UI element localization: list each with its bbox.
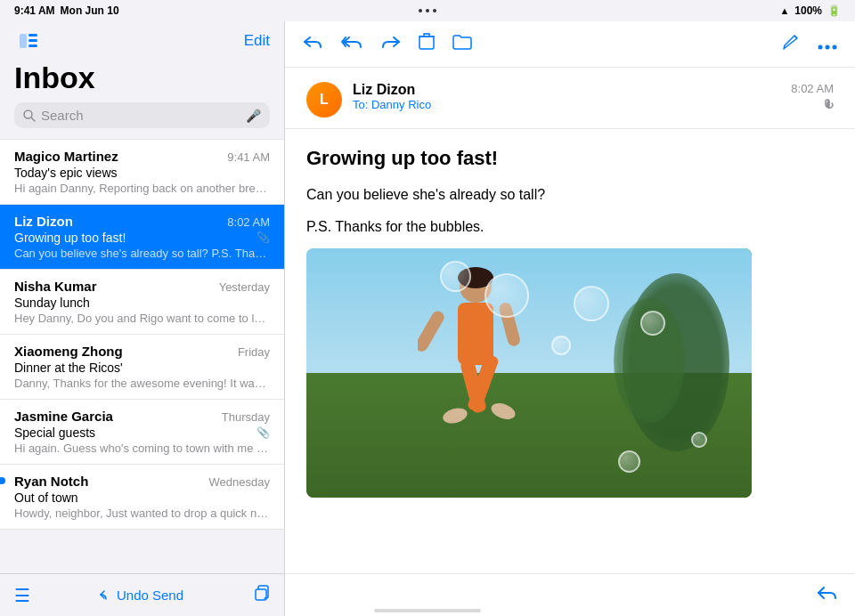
svg-rect-2: [28, 39, 37, 42]
undo-send-label: Undo Send: [117, 588, 183, 603]
copy-icon[interactable]: [252, 584, 270, 606]
svg-point-14: [818, 45, 823, 50]
email-item-top: Xiaomeng Zhong Friday: [14, 344, 270, 359]
detail-body: Growing up too fast! Can you believe she…: [285, 129, 855, 573]
detail-footer: [285, 573, 855, 616]
detail-time: 8:02 AM: [791, 82, 834, 95]
email-sender: Jasmine Garcia: [14, 409, 113, 424]
email-subject: Special guests 📎: [14, 426, 270, 440]
delete-icon: [419, 33, 435, 51]
svg-rect-3: [28, 45, 37, 47]
email-list: Magico Martinez 9:41 AM Today's epic vie…: [0, 139, 284, 573]
reply-button[interactable]: [303, 34, 322, 54]
bubble-6: [691, 432, 707, 448]
email-subject: Out of town: [14, 490, 270, 505]
email-sender: Nisha Kumar: [14, 279, 97, 294]
email-body-subject: Growing up too fast!: [306, 147, 834, 170]
detail-sender-name: Liz Dizon: [353, 82, 780, 98]
email-inline-image: [306, 248, 752, 498]
svg-point-4: [24, 110, 32, 118]
svg-point-16: [833, 45, 837, 50]
email-item-5[interactable]: Jasmine Garcia Thursday Special guests 📎…: [0, 400, 284, 465]
email-item-2[interactable]: Liz Dizon 8:02 AM Growing up too fast! 📎…: [0, 205, 284, 270]
bubble-3: [484, 273, 529, 318]
svg-point-15: [826, 45, 830, 50]
email-item-top: Jasmine Garcia Thursday: [14, 409, 270, 424]
toolbar-right: [782, 33, 837, 55]
svg-point-22: [441, 406, 468, 426]
status-dot-1: [419, 9, 422, 12]
search-bar[interactable]: Search 🎤: [14, 102, 270, 128]
reply-all-button[interactable]: [340, 34, 363, 54]
sender-avatar: L: [306, 82, 342, 118]
email-sender: Liz Dizon: [14, 214, 73, 229]
compose-button[interactable]: [782, 33, 800, 55]
more-button[interactable]: [818, 34, 837, 54]
detail-email-header: L Liz Dizon To: Danny Rico 8:02 AM: [285, 68, 855, 129]
bubble-1: [574, 286, 609, 321]
email-item-4[interactable]: Xiaomeng Zhong Friday Dinner at the Rico…: [0, 335, 284, 400]
status-dot-2: [426, 9, 429, 12]
bubble-4: [551, 336, 571, 355]
email-item-top: Magico Martinez 9:41 AM: [14, 149, 270, 164]
reply-footer-button[interactable]: [816, 584, 837, 607]
edit-button[interactable]: Edit: [244, 32, 270, 50]
forward-button[interactable]: [381, 34, 401, 54]
wifi-icon: ▲: [779, 5, 789, 16]
app-container: Edit Inbox Search 🎤 Magico Martinez 9:41…: [0, 21, 855, 616]
inbox-title: Inbox: [14, 57, 270, 102]
email-preview: Hi again. Guess who's coming to town wit…: [14, 442, 270, 455]
folder-icon: [452, 34, 472, 50]
email-time: 9:41 AM: [227, 150, 270, 164]
filter-icon[interactable]: ☰: [14, 585, 30, 606]
detail-header-right: 8:02 AM: [791, 82, 834, 111]
forward-icon: [381, 34, 401, 50]
folder-button[interactable]: [452, 34, 472, 54]
email-body-text-2: P.S. Thanks for the bubbles.: [306, 216, 834, 238]
email-preview: Hi again Danny, Reporting back on anothe…: [14, 182, 270, 195]
search-icon: [23, 109, 36, 122]
detail-recipient[interactable]: To: Danny Rico: [353, 98, 780, 111]
email-preview: Hey Danny, Do you and Rigo want to come …: [14, 312, 270, 325]
email-time: Thursday: [222, 410, 270, 424]
image-scene: [306, 248, 752, 498]
reply-icon: [303, 34, 322, 50]
toolbar-left: [303, 33, 472, 55]
email-item-1[interactable]: Magico Martinez 9:41 AM Today's epic vie…: [0, 139, 284, 205]
bottom-bar: ☰ Undo Send: [0, 573, 284, 616]
email-time: 8:02 AM: [227, 215, 270, 229]
email-sender: Ryan Notch: [14, 474, 88, 489]
email-subject: Today's epic views: [14, 166, 270, 180]
status-time: 9:41 AM: [14, 4, 55, 17]
detail-header-info: Liz Dizon To: Danny Rico: [353, 82, 780, 111]
email-time: Yesterday: [219, 280, 270, 294]
sidebar-toggle-icon: [20, 34, 37, 48]
email-preview: Danny, Thanks for the awesome evening! I…: [14, 377, 270, 390]
svg-line-13: [794, 36, 797, 38]
svg-rect-0: [20, 34, 27, 48]
svg-rect-7: [419, 36, 434, 49]
email-body-text-1: Can you believe she's already so tall?: [306, 184, 834, 206]
email-time: Wednesday: [209, 475, 270, 489]
email-preview: Howdy, neighbor, Just wanted to drop a q…: [14, 507, 270, 520]
microphone-icon[interactable]: 🎤: [246, 109, 261, 123]
delete-button[interactable]: [419, 33, 435, 55]
email-time: Friday: [238, 345, 270, 359]
email-sender: Magico Martinez: [14, 149, 118, 164]
status-dot-3: [433, 9, 436, 12]
email-item-top: Nisha Kumar Yesterday: [14, 279, 270, 294]
email-subject: Sunday lunch: [14, 296, 270, 310]
email-item-3[interactable]: Nisha Kumar Yesterday Sunday lunch Hey D…: [0, 270, 284, 335]
undo-send-button[interactable]: Undo Send: [99, 588, 183, 603]
email-item-top: Liz Dizon 8:02 AM: [14, 214, 270, 229]
bubble-7: [618, 450, 640, 473]
email-item-6[interactable]: Ryan Notch Wednesday Out of town Howdy, …: [0, 465, 284, 530]
reply-all-icon: [340, 34, 363, 50]
compose-copy-icon: [252, 584, 270, 602]
sidebar-toggle-button[interactable]: [14, 28, 43, 53]
email-subject: Growing up too fast! 📎: [14, 231, 270, 245]
bubble-2: [640, 311, 665, 336]
email-subject: Dinner at the Ricos': [14, 361, 270, 375]
battery-icon: 🔋: [827, 4, 841, 17]
attachment-indicator-icon: [823, 99, 834, 111]
